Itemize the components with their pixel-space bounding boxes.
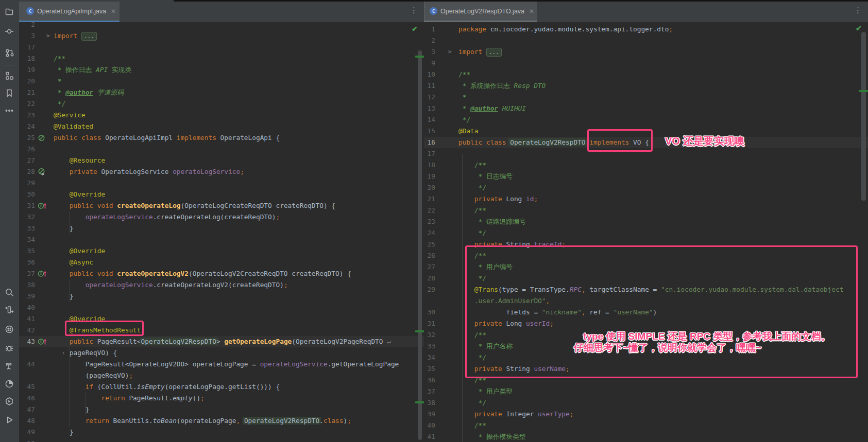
gutter-impl-icon[interactable]	[38, 270, 47, 278]
annotation-box-implements-vo	[587, 129, 653, 152]
code-line[interactable]: 39 private Integer userType;	[424, 409, 868, 420]
scrollbar-left[interactable]	[418, 50, 422, 440]
code-line[interactable]: 41 * 操作模块类型	[424, 431, 868, 442]
code-line[interactable]: 11 * 系统操作日志 Resp DTO	[424, 80, 868, 92]
code-line[interactable]: 49 }	[19, 427, 424, 438]
editor-options-kebab-icon[interactable]: ⋮	[854, 6, 860, 15]
code-line[interactable]: 28 private OperateLogService operateLogS…	[19, 166, 424, 178]
code-line[interactable]: 34	[19, 234, 424, 245]
build-hammer-icon[interactable]	[4, 361, 14, 371]
code-line[interactable]: 50	[19, 438, 424, 442]
code-line[interactable]: 20 */	[424, 182, 868, 193]
scrollbar-right[interactable]	[861, 32, 866, 201]
line-number: 18	[19, 53, 35, 64]
scrollbar-change-mark	[415, 56, 424, 58]
line-number: 20	[424, 182, 435, 193]
fold-arrow-icon[interactable]: >	[448, 46, 452, 58]
pull-requests-icon[interactable]	[4, 48, 14, 58]
code-line[interactable]: 9	[424, 58, 868, 69]
code-line[interactable]: 20 *	[19, 76, 424, 87]
code-line[interactable]: 45 if (CollUtil.isEmpty(operateLogPage.g…	[19, 381, 424, 393]
code-line[interactable]: 1package cn.iocoder.yudao.module.system.…	[424, 24, 868, 35]
code-line[interactable]: 31 public void createOperateLog(OperateL…	[19, 200, 424, 211]
code-line[interactable]: 44 PageResult<OperateLogV2DO> operateLog…	[19, 359, 424, 370]
code-line[interactable]: 14 */	[424, 114, 868, 126]
code-line[interactable]: 23 * 链路追踪编号	[424, 216, 868, 227]
more-icon[interactable]	[4, 105, 14, 116]
code-line[interactable]: 27 @Resource	[19, 155, 424, 166]
code-line[interactable]: 46 return PageResult.empty();	[19, 393, 424, 404]
code-line[interactable]: 40	[19, 302, 424, 313]
commit-icon[interactable]	[4, 26, 14, 37]
code-line[interactable]: 35 @Override	[19, 245, 424, 257]
code-line[interactable]: 21 private Long id;	[424, 193, 868, 205]
gutter-impl-icon[interactable]	[38, 202, 47, 210]
code-line[interactable]: 21 * @author 芋道源码	[19, 87, 424, 98]
code-line[interactable]: 10/**	[424, 69, 868, 80]
close-icon[interactable]: ✕	[111, 8, 116, 14]
code-line[interactable]: 2	[424, 35, 868, 46]
code-line[interactable]: ‹ pageReqVO) {	[19, 347, 424, 359]
search-icon[interactable]	[4, 287, 14, 297]
code-line[interactable]: 33 }	[19, 223, 424, 234]
code-line[interactable]: 29	[19, 178, 424, 189]
line-number: 13	[424, 103, 435, 114]
code-line[interactable]: 3>import ...	[424, 46, 868, 58]
services-icon[interactable]	[4, 396, 14, 406]
code-line[interactable]: 48 return BeanUtils.toBean(operateLogPag…	[19, 415, 424, 427]
select-in-icon[interactable]	[4, 305, 14, 315]
code-line[interactable]: 22 /**	[424, 205, 868, 216]
editor-left[interactable]: 23>import ...1718/**19 * 操作日志 API 实现类20 …	[19, 22, 424, 442]
inspections-ok-checkmark-icon[interactable]: ✔	[856, 24, 862, 32]
code-line[interactable]: 19 * 操作日志 API 实现类	[19, 64, 424, 76]
token: public class	[54, 134, 105, 142]
code-line[interactable]: 12 *	[424, 92, 868, 103]
tab-operatelogv2respdto[interactable]: C OperateLogV2RespDTO.java ✕	[424, 2, 537, 21]
code-line[interactable]: 24@Validated	[19, 121, 424, 132]
code-line[interactable]: 24 */	[424, 227, 868, 239]
gutter-beanArrow-icon[interactable]	[38, 168, 47, 176]
code-line[interactable]: 25public class OperateLogApiImpl impleme…	[19, 132, 424, 144]
code-line[interactable]: 18/**	[19, 53, 424, 64]
code-line[interactable]: 38 operateLogService.createOperateLogV2(…	[19, 279, 424, 291]
fold-arrow-icon[interactable]: >	[46, 30, 50, 42]
project-folder-icon[interactable]	[4, 6, 14, 16]
code-line[interactable]: 3>import ...	[19, 30, 424, 42]
editor-right[interactable]: 1package cn.iocoder.yudao.module.system.…	[424, 22, 868, 442]
close-icon[interactable]: ✕	[529, 8, 534, 14]
line-number: 18	[424, 160, 435, 171]
code-line[interactable]: 39 }	[19, 291, 424, 302]
line-number: 21	[19, 87, 35, 98]
debug-icon[interactable]	[4, 343, 14, 353]
code-line[interactable]: 36 @Async	[19, 257, 424, 268]
code-line[interactable]: 30 @Override	[19, 189, 424, 200]
folded-region: ...	[81, 32, 97, 41]
code-line[interactable]: 23@Service	[19, 110, 424, 121]
code-line[interactable]: 47 }	[19, 404, 424, 415]
code-line[interactable]: 18 /**	[424, 160, 868, 171]
code-line[interactable]: 40 /**	[424, 420, 868, 431]
code-line[interactable]: 2	[19, 22, 424, 30]
code-line[interactable]: 26	[19, 144, 424, 155]
code-line[interactable]: 32 operateLogService.createOperateLog(cr…	[19, 211, 424, 223]
code-line[interactable]: 17	[19, 42, 424, 53]
gutter-bean-icon[interactable]	[38, 134, 47, 142]
structure-icon[interactable]	[4, 70, 14, 81]
inspections-ok-checkmark-icon[interactable]: ✔	[412, 25, 418, 33]
run-icon[interactable]	[4, 415, 14, 425]
problems-icon[interactable]	[4, 324, 14, 334]
code-line[interactable]: 13 * @author HUIHUI	[424, 103, 868, 114]
profiler-icon[interactable]	[4, 379, 14, 389]
code-line[interactable]: 37 * 用户类型	[424, 386, 868, 397]
code-line[interactable]: 19 * 日志编号	[424, 171, 868, 182]
code-line[interactable]: 43 public PageResult<OperateLogV2RespDTO…	[19, 336, 424, 347]
gutter-impl-icon[interactable]	[38, 338, 47, 346]
code-line[interactable]: 37 public void createOperateLogV2(Operat…	[19, 268, 424, 279]
token: implements	[177, 134, 220, 142]
bookmarks-icon[interactable]	[4, 88, 14, 98]
code-line[interactable]: 38 */	[424, 397, 868, 409]
code-line[interactable]: 22 */	[19, 98, 424, 110]
editor-options-kebab-icon[interactable]: ⋮	[410, 6, 416, 15]
code-line[interactable]: (pageReqVO);	[19, 370, 424, 381]
tab-operatelogapiimpl[interactable]: C OperateLogApiImpl.java ✕	[19, 2, 120, 21]
